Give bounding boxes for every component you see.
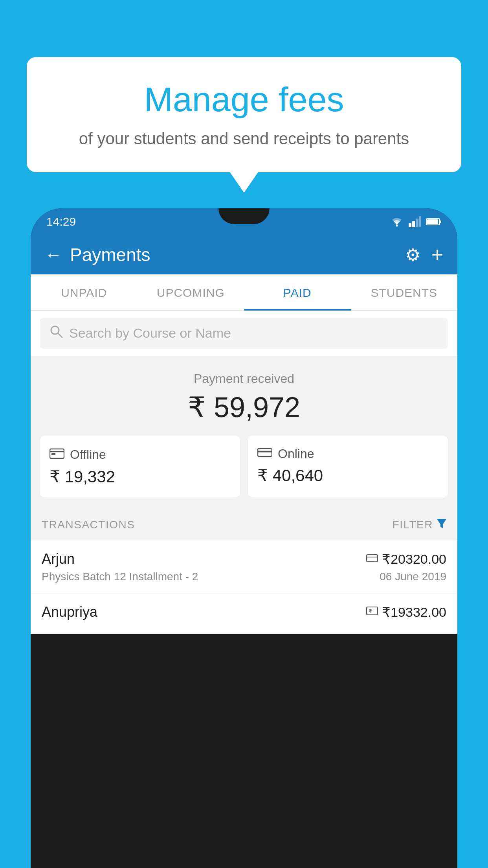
status-bar: 14:29 — [31, 208, 457, 235]
transaction-amount-group: ₹20320.00 — [366, 551, 446, 567]
app-header: ← Payments ⚙ + — [31, 235, 457, 274]
phone-container: 14:29 — [31, 208, 457, 868]
filter-label: FILTER — [393, 519, 433, 531]
search-container: Search by Course or Name — [31, 311, 457, 356]
speech-bubble: Manage fees of your students and send re… — [27, 57, 461, 172]
notch — [218, 208, 270, 224]
offline-card-header: Offline — [50, 447, 231, 462]
wifi-icon — [390, 216, 404, 227]
transaction-amount: ₹20320.00 — [382, 551, 446, 567]
offline-card: Offline ₹ 19,332 — [40, 436, 240, 497]
svg-rect-17 — [367, 555, 378, 562]
search-icon — [50, 325, 63, 342]
transaction-top: Anupriya ₹ ₹19332.00 — [42, 604, 446, 620]
svg-marker-16 — [437, 519, 446, 528]
transaction-amount: ₹19332.00 — [382, 604, 446, 620]
header-left: ← Payments — [45, 244, 150, 265]
transaction-amount-group: ₹ ₹19332.00 — [366, 604, 446, 620]
svg-text:₹: ₹ — [369, 608, 372, 614]
tab-upcoming[interactable]: UPCOMING — [138, 274, 244, 310]
transaction-row[interactable]: Arjun ₹20320.00 Physics Batch 12 Install… — [31, 541, 457, 594]
transaction-top: Arjun ₹20320.00 — [42, 551, 446, 567]
transaction-name: Arjun — [42, 551, 75, 567]
transaction-date: 06 June 2019 — [380, 570, 446, 583]
svg-rect-13 — [258, 449, 272, 456]
online-amount: ₹ 40,640 — [257, 466, 438, 485]
back-button[interactable]: ← — [45, 246, 62, 263]
transactions-label: TRANSACTIONS — [42, 519, 135, 531]
header-right: ⚙ + — [405, 243, 443, 267]
payment-cards: Offline ₹ 19,332 Online ₹ 40,640 — [31, 436, 457, 509]
transaction-type-icon: ₹ — [366, 605, 378, 619]
battery-icon — [426, 217, 442, 226]
payment-received-label: Payment received — [40, 371, 448, 386]
offline-amount: ₹ 19,332 — [50, 467, 231, 486]
transaction-type-icon — [366, 552, 378, 566]
svg-rect-6 — [427, 219, 438, 224]
online-label: Online — [278, 447, 314, 461]
transaction-name: Anupriya — [42, 604, 97, 620]
svg-rect-2 — [412, 221, 415, 227]
filter-icon — [437, 519, 446, 531]
bubble-title: Manage fees — [46, 81, 442, 119]
settings-icon[interactable]: ⚙ — [405, 245, 420, 265]
tab-students[interactable]: STUDENTS — [351, 274, 458, 310]
payment-received-amount: ₹ 59,972 — [40, 391, 448, 424]
svg-rect-3 — [416, 219, 418, 227]
status-icons — [390, 216, 442, 227]
online-icon — [257, 447, 272, 461]
bubble-subtitle: of your students and send receipts to pa… — [46, 127, 442, 151]
transactions-header: TRANSACTIONS FILTER — [31, 509, 457, 541]
tab-unpaid[interactable]: UNPAID — [31, 274, 138, 310]
offline-label: Offline — [70, 447, 106, 462]
online-card: Online ₹ 40,640 — [248, 436, 448, 497]
signal-icon — [409, 216, 421, 227]
tabs-container: UNPAID UPCOMING PAID STUDENTS — [31, 274, 457, 311]
transaction-bottom: Physics Batch 12 Installment - 2 06 June… — [42, 570, 446, 583]
online-card-header: Online — [257, 447, 438, 461]
filter-button[interactable]: FILTER — [393, 519, 446, 531]
search-bar[interactable]: Search by Course or Name — [40, 318, 448, 349]
header-title: Payments — [70, 244, 150, 265]
svg-point-0 — [396, 225, 398, 227]
status-time: 14:29 — [46, 215, 76, 228]
transaction-row[interactable]: Anupriya ₹ ₹19332.00 — [31, 594, 457, 634]
transaction-course: Physics Batch 12 Installment - 2 — [42, 570, 198, 583]
svg-line-9 — [58, 333, 62, 337]
svg-rect-12 — [51, 453, 55, 455]
svg-rect-7 — [440, 221, 441, 223]
svg-rect-1 — [409, 223, 411, 227]
svg-rect-4 — [419, 216, 421, 227]
add-icon[interactable]: + — [431, 243, 443, 267]
tab-paid[interactable]: PAID — [244, 274, 351, 310]
payment-received-section: Payment received ₹ 59,972 — [31, 356, 457, 436]
offline-icon — [50, 447, 64, 462]
search-input[interactable]: Search by Course or Name — [69, 326, 231, 341]
